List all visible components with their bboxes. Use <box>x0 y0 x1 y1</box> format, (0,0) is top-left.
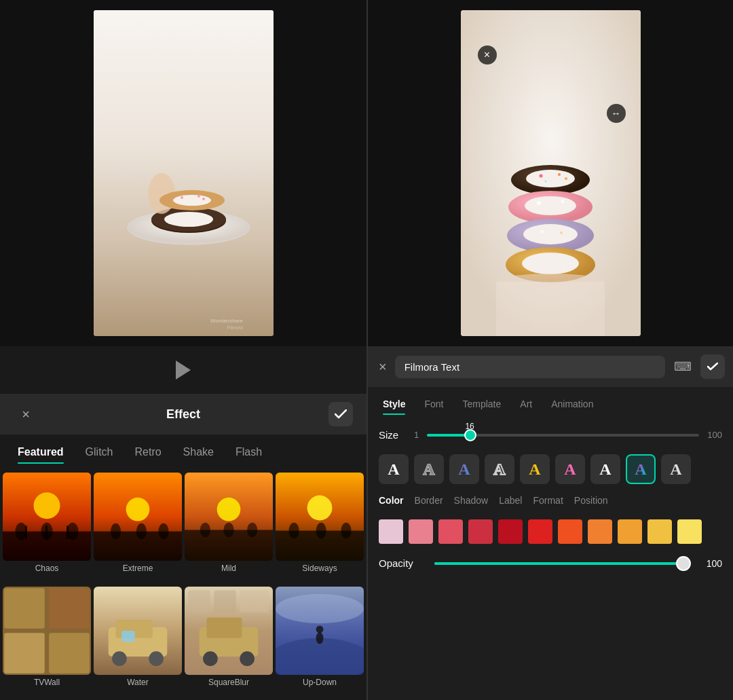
color-swatch-10[interactable] <box>677 519 702 544</box>
svg-rect-56 <box>240 590 269 612</box>
color-swatch-8[interactable] <box>618 519 642 544</box>
subtab-label[interactable]: Label <box>499 495 522 509</box>
effect-item-updown[interactable]: Up-Down <box>276 587 364 698</box>
svg-point-47 <box>149 651 164 666</box>
tab-font[interactable]: Font <box>416 393 451 415</box>
subtab-shadow[interactable]: Shadow <box>454 495 489 509</box>
svg-point-11 <box>202 198 205 200</box>
effect-item-mild[interactable]: Mild <box>185 473 273 584</box>
text-content-input[interactable] <box>395 356 665 378</box>
svg-point-74 <box>523 224 578 244</box>
left-preview-area: Wondershare Filmora <box>0 0 366 346</box>
tab-art[interactable]: Art <box>512 393 540 415</box>
surfer-1 <box>25 526 27 539</box>
svg-text:A: A <box>635 460 647 478</box>
svg-point-27 <box>217 498 241 521</box>
subtab-format[interactable]: Format <box>533 495 563 509</box>
color-swatch-5[interactable] <box>528 519 552 544</box>
color-swatch-6[interactable] <box>558 519 582 544</box>
tab-shake[interactable]: Shake <box>172 441 225 464</box>
tab-flash[interactable]: Flash <box>225 441 273 464</box>
left-panel: Wondershare Filmora × Effect Featured Gl… <box>0 0 366 700</box>
play-button-area[interactable] <box>0 346 366 394</box>
svg-point-37 <box>341 523 351 539</box>
svg-point-46 <box>112 651 127 666</box>
color-swatch-1[interactable] <box>409 519 433 544</box>
svg-point-58 <box>276 593 364 623</box>
subtab-color[interactable]: Color <box>379 495 404 509</box>
color-swatch-4[interactable] <box>498 519 523 544</box>
resize-handle[interactable]: ↔ <box>607 104 626 123</box>
font-style-outlined[interactable]: A <box>485 454 514 484</box>
tab-glitch[interactable]: Glitch <box>75 441 124 464</box>
chaos-svg <box>3 473 91 561</box>
svg-point-75 <box>540 230 544 234</box>
squareblur-svg <box>185 587 273 675</box>
play-button[interactable] <box>176 361 191 380</box>
svg-rect-51 <box>207 617 242 638</box>
tvwall-svg <box>3 587 91 675</box>
svg-point-9 <box>181 196 183 199</box>
font-a-gradient: A <box>455 460 473 479</box>
text-editor-close[interactable]: × <box>376 356 390 377</box>
tab-retro[interactable]: Retro <box>124 441 172 464</box>
svg-point-33 <box>307 496 333 521</box>
size-control: Size 1 16 100 <box>368 421 733 449</box>
text-confirm-button[interactable] <box>700 354 725 379</box>
font-a-multicolor: A <box>632 460 650 479</box>
effect-confirm-button[interactable] <box>328 402 353 426</box>
font-style-yellow[interactable]: A <box>520 454 550 484</box>
font-style-normal[interactable]: A <box>379 454 409 484</box>
tab-featured[interactable]: Featured <box>7 441 75 464</box>
size-slider[interactable]: 16 <box>427 434 699 437</box>
svg-rect-55 <box>214 590 236 612</box>
color-palette <box>368 514 733 549</box>
svg-point-29 <box>200 523 210 538</box>
opacity-slider[interactable] <box>434 562 690 565</box>
tab-animation[interactable]: Animation <box>543 393 601 415</box>
effect-close-button[interactable]: × <box>14 402 38 426</box>
opacity-slider-thumb[interactable] <box>676 556 691 571</box>
size-slider-thumb[interactable] <box>464 429 476 441</box>
svg-text:Filmora: Filmora <box>227 325 242 330</box>
sideways-svg <box>276 473 364 561</box>
keyboard-icon[interactable]: ⌨ <box>671 354 695 379</box>
color-swatch-9[interactable] <box>647 519 672 544</box>
font-a-outlined: A <box>491 460 508 479</box>
svg-text:A: A <box>493 460 506 478</box>
tab-template[interactable]: Template <box>454 393 509 415</box>
effect-label-water: Water <box>127 678 149 687</box>
color-swatch-7[interactable] <box>588 519 612 544</box>
left-video-preview: Wondershare Filmora <box>94 10 274 336</box>
subtab-position[interactable]: Position <box>574 495 608 509</box>
tab-style[interactable]: Style <box>375 393 413 415</box>
effect-label-updown: Up-Down <box>303 678 337 687</box>
style-tabs: Style Font Template Art Animation <box>368 387 733 421</box>
svg-point-71 <box>537 201 541 205</box>
effect-thumb-chaos <box>3 473 91 561</box>
font-a-white: A <box>597 460 614 479</box>
text-overlay-close[interactable]: × <box>478 45 497 65</box>
font-style-gradient[interactable]: A <box>449 454 479 484</box>
effect-item-tvwall[interactable]: TVWall <box>3 587 91 698</box>
font-style-stroke[interactable]: A A <box>414 454 444 484</box>
color-swatch-3[interactable] <box>468 519 493 544</box>
svg-rect-42 <box>49 633 90 674</box>
svg-point-76 <box>560 232 563 234</box>
font-style-extra[interactable]: A <box>661 454 691 484</box>
font-style-white[interactable]: A <box>590 454 620 484</box>
effect-item-sideways[interactable]: Sideways <box>276 473 364 584</box>
color-swatch-0[interactable] <box>379 519 403 544</box>
font-style-pink[interactable]: A <box>555 454 585 484</box>
effect-header: × Effect <box>0 394 366 435</box>
svg-text:A: A <box>529 460 541 478</box>
svg-text:A: A <box>670 460 682 478</box>
effect-item-squareblur[interactable]: SquareBlur <box>185 587 273 698</box>
color-swatch-2[interactable] <box>438 519 463 544</box>
effect-item-extreme[interactable]: Extreme <box>94 473 182 584</box>
effect-item-water[interactable]: Water <box>94 587 182 698</box>
subtab-border[interactable]: Border <box>415 495 443 509</box>
font-style-selected[interactable]: A <box>626 454 656 484</box>
effect-item-chaos[interactable]: Chaos <box>3 473 91 584</box>
effect-label-sideways: Sideways <box>302 564 337 573</box>
